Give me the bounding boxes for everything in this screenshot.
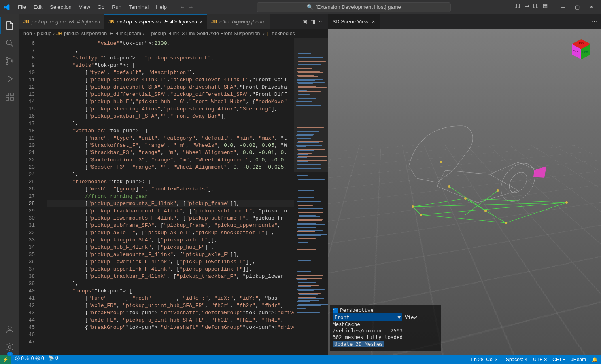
menu-run[interactable]: Run <box>108 2 125 12</box>
source-control-icon <box>5 56 15 66</box>
tab-etkc-bigwing[interactable]: JB etkc_bigwing.jbeam <box>207 14 270 29</box>
activity-manage[interactable]: 1 <box>0 339 19 355</box>
vscode-logo-icon <box>3 4 10 11</box>
face-select[interactable]: Front ▼ <box>333 313 402 321</box>
svg-text:Front: Front <box>573 49 580 53</box>
activity-accounts[interactable] <box>0 321 19 337</box>
meshcache-label: MeshCache <box>333 321 439 327</box>
search-icon <box>5 38 15 48</box>
status-problems[interactable]: ⓧ 0 ⚠ 0 Ⓦ 0 <box>15 355 44 364</box>
compare-icon[interactable]: ▣ <box>302 19 307 25</box>
code-body[interactable]: "value""tok-pun">:2300, }, "slotType""to… <box>47 38 294 355</box>
jbeam-file-icon: JB <box>23 19 29 24</box>
activity-extensions[interactable] <box>0 89 19 105</box>
chevron-right-icon: › <box>53 31 55 36</box>
svg-point-2 <box>6 63 8 65</box>
remote-indicator[interactable]: ⚡ <box>0 355 11 364</box>
status-eol[interactable]: CRLF <box>552 357 565 362</box>
svg-rect-5 <box>6 97 9 100</box>
command-center-text: [Extension Development Host] game <box>316 4 401 10</box>
customize-layout-icon[interactable]: ▦ <box>543 2 548 12</box>
main-menu: File Edit Selection View Go Run Terminal… <box>15 2 170 12</box>
breadcrumb-item[interactable]: pickup <box>37 31 51 36</box>
panel-3d-scene: 3D Scene View × ⋯ <box>328 14 601 355</box>
activity-search[interactable] <box>0 35 19 51</box>
svg-rect-6 <box>11 97 13 100</box>
breadcrumb[interactable]: non › pickup › JB pickup_suspension_F_4l… <box>19 29 328 38</box>
svg-point-11 <box>505 169 531 196</box>
status-cursor[interactable]: Ln 28, Col 31 <box>471 357 500 362</box>
notifications-icon[interactable]: 🔔 <box>592 357 598 362</box>
breadcrumb-item[interactable]: flexbodies <box>272 31 295 36</box>
svg-point-1 <box>6 58 8 60</box>
menu-go[interactable]: Go <box>94 2 108 12</box>
editor-tab-bar: JB pickup_engine_v8_4.5.jbeam JB pickup_… <box>19 14 328 29</box>
more-actions-icon[interactable]: ⋯ <box>592 19 597 25</box>
menu-selection[interactable]: Selection <box>47 2 74 12</box>
svg-rect-7 <box>11 93 13 96</box>
tab-label: 3D Scene View <box>333 19 369 25</box>
menu-edit[interactable]: Edit <box>30 2 46 12</box>
update-meshes-button[interactable]: Update 3D Meshes <box>333 341 384 347</box>
svg-point-15 <box>505 222 507 224</box>
status-language[interactable]: JBeam <box>571 357 586 362</box>
tab-label: etkc_bigwing.jbeam <box>219 19 265 25</box>
svg-point-8 <box>8 326 11 329</box>
window-maximize-icon[interactable]: ▢ <box>571 2 584 12</box>
extensions-icon <box>5 92 15 102</box>
cache-path: /vehicles/common - 2593 <box>333 328 439 334</box>
breadcrumb-item[interactable]: pickup_4link [3 Link Solid Axle Front Su… <box>151 31 261 36</box>
tab-pickup-suspension[interactable]: JB pickup_suspension_F_4link.jbeam × <box>104 14 207 29</box>
chevron-right-icon: › <box>263 31 265 36</box>
activity-explorer[interactable] <box>0 17 19 34</box>
tab-3d-scene-view[interactable]: 3D Scene View × <box>328 14 380 29</box>
wireframe-model <box>384 110 571 231</box>
breadcrumb-item[interactable]: pickup_suspension_F_4link.jbeam <box>64 31 141 36</box>
nav-forward-icon[interactable]: → <box>188 4 193 10</box>
chevron-right-icon: › <box>34 31 35 36</box>
svg-point-16 <box>420 214 422 216</box>
perspective-checkbox[interactable] <box>333 308 338 313</box>
svg-point-12 <box>412 205 414 208</box>
toggle-panel-left-icon[interactable]: ▯▯ <box>514 2 520 12</box>
minimap[interactable] <box>294 38 328 355</box>
status-ports[interactable]: 📡 0 <box>48 355 58 364</box>
manage-badge: 1 <box>7 352 13 356</box>
activity-source-control[interactable] <box>0 53 19 69</box>
jbeam-file-icon: JB <box>108 19 114 24</box>
window-close-icon[interactable]: ✕ <box>585 2 598 12</box>
menu-terminal[interactable]: Terminal <box>125 2 152 12</box>
toggle-panel-bottom-icon[interactable]: ▭ <box>524 2 529 12</box>
nav-back-icon[interactable]: ← <box>180 4 185 10</box>
breadcrumb-item[interactable]: non <box>23 31 32 36</box>
toggle-panel-right-icon[interactable]: ▯▯ <box>533 2 539 12</box>
split-editor-icon[interactable]: ◨ <box>310 19 315 25</box>
svg-text:Top: Top <box>578 41 584 45</box>
close-icon[interactable]: × <box>372 19 375 25</box>
status-encoding[interactable]: UTF-8 <box>533 357 547 362</box>
line-gutter: 6789101112131415161718192021222324252627… <box>19 38 38 355</box>
svg-point-0 <box>6 40 11 45</box>
menu-view[interactable]: View <box>76 2 93 12</box>
more-actions-icon[interactable]: ⋯ <box>319 19 324 25</box>
nav-history: ← → <box>180 4 193 10</box>
code-editor[interactable]: 6789101112131415161718192021222324252627… <box>19 38 328 355</box>
viewport-3d[interactable]: Top Front Left Perspective Front ▼ <box>328 29 601 355</box>
menu-file[interactable]: File <box>15 2 30 12</box>
svg-text:Left: Left <box>582 50 588 54</box>
status-indent[interactable]: Spaces: 4 <box>506 357 527 362</box>
jbeam-file-icon: JB <box>211 19 217 24</box>
svg-point-17 <box>448 185 450 188</box>
activity-run-debug[interactable] <box>0 71 19 87</box>
orientation-gizmo[interactable]: Top Front Left <box>569 37 594 62</box>
close-icon[interactable]: × <box>200 19 203 25</box>
menu-help[interactable]: Help <box>153 2 170 12</box>
tab-pickup-engine[interactable]: JB pickup_engine_v8_4.5.jbeam <box>19 14 104 29</box>
svg-rect-4 <box>6 93 9 96</box>
command-center-input[interactable]: 🔍 [Extension Development Host] game <box>257 2 451 12</box>
window-minimize-icon[interactable]: ─ <box>557 2 569 12</box>
viewport-overlay-panel: Perspective Front ▼ View MeshCache /vehi… <box>330 305 441 351</box>
view-label: View <box>405 314 417 320</box>
svg-point-10 <box>494 157 542 208</box>
perspective-label: Perspective <box>340 307 374 313</box>
